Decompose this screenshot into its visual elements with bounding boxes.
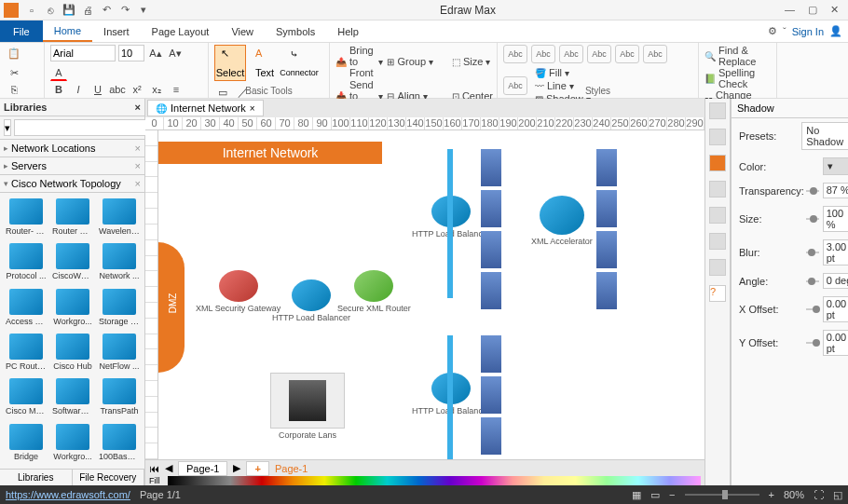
section-servers[interactable]: ▸Servers× — [0, 157, 144, 175]
server-2[interactable] — [481, 190, 501, 227]
transparency-slider[interactable] — [806, 190, 819, 192]
tab-libraries[interactable]: Libraries — [0, 470, 73, 485]
style-preset-4[interactable]: Abc — [587, 45, 611, 63]
server-8[interactable] — [596, 272, 617, 309]
xml-security-gateway-shape[interactable] — [219, 270, 258, 302]
angle-slider[interactable] — [806, 280, 819, 282]
style-preset-5[interactable]: Abc — [615, 45, 639, 63]
style-preset-1[interactable]: Abc — [503, 45, 527, 63]
bullets-icon[interactable]: ≡ — [168, 81, 185, 98]
http-lb-1-shape[interactable] — [292, 279, 331, 311]
copy-icon[interactable]: ⎘ — [6, 81, 22, 98]
view-normal-icon[interactable]: ▭ — [650, 489, 660, 501]
pagelayout-menu[interactable]: Page Layout — [141, 22, 221, 41]
library-shape[interactable]: Workgro... — [52, 289, 93, 328]
page-tab-1[interactable]: Page-1 — [178, 461, 227, 476]
view-menu[interactable]: View — [220, 22, 265, 41]
signin-link[interactable]: Sign In — [792, 26, 824, 37]
view-grid-icon[interactable]: ▦ — [632, 489, 641, 501]
size-slider[interactable] — [806, 218, 819, 220]
section-cisco[interactable]: ▾Cisco Network Topology× — [0, 175, 144, 193]
server-11[interactable] — [481, 417, 501, 455]
library-shape[interactable]: 100BaseT... — [99, 424, 140, 463]
strike-button[interactable]: abc — [109, 81, 126, 98]
fill-button[interactable]: 🪣Fill▾ — [535, 67, 591, 78]
library-shape[interactable]: Router w/... — [52, 198, 93, 238]
server-9[interactable] — [481, 335, 501, 373]
comment-icon[interactable] — [709, 259, 726, 276]
shadow-color-picker[interactable]: ▾ — [823, 157, 848, 175]
library-shape[interactable]: Protocol ... — [6, 243, 47, 282]
bring-front-button[interactable]: 📤Bring to Front▾ — [335, 45, 383, 78]
server-5[interactable] — [596, 149, 617, 186]
xoffset-slider[interactable] — [806, 308, 819, 310]
presets-dropdown[interactable]: No Shadow▾ — [801, 122, 848, 150]
redo-icon[interactable]: ↷ — [117, 3, 132, 18]
paste-icon[interactable]: 📋 — [6, 45, 22, 61]
style-preset-6[interactable]: Abc — [643, 45, 667, 63]
server-4[interactable] — [481, 272, 501, 309]
print-icon[interactable]: 🖨 — [80, 3, 95, 18]
underline-button[interactable]: U — [89, 81, 106, 98]
canvas[interactable]: Internet Network DMZ XML Security Gatewa… — [158, 130, 704, 459]
transparency-value[interactable]: 87 %⇅ — [823, 183, 848, 198]
fit-page-icon[interactable]: ⛶ — [814, 489, 824, 500]
first-page-icon[interactable]: ⏮ — [149, 463, 159, 474]
secure-xml-router-shape[interactable] — [354, 270, 393, 302]
library-shape[interactable]: Software-... — [52, 378, 93, 417]
zoom-slider[interactable] — [685, 494, 759, 496]
library-shape[interactable]: Bridge — [6, 424, 47, 463]
server-7[interactable] — [596, 231, 617, 268]
font-name-select[interactable] — [50, 45, 116, 61]
bold-button[interactable]: B — [50, 81, 67, 98]
cut-icon[interactable]: ✂ — [6, 64, 22, 81]
group-button[interactable]: ⊞Group▾ — [387, 45, 447, 78]
help-menu[interactable]: Help — [326, 22, 370, 41]
home-menu[interactable]: Home — [43, 21, 92, 42]
new-icon[interactable]: ▫ — [24, 3, 39, 18]
select-tool[interactable]: ↖Select — [214, 45, 246, 81]
increase-font-icon[interactable]: A▴ — [147, 45, 164, 61]
user-icon[interactable]: 👤 — [829, 25, 842, 37]
blur-slider[interactable] — [806, 252, 819, 253]
qat-dropdown-icon[interactable]: ▾ — [136, 3, 151, 18]
fullscreen-icon[interactable]: ◱ — [833, 489, 842, 501]
xoffset-value[interactable]: 0.00 pt⇅ — [823, 296, 848, 322]
symbols-menu[interactable]: Symbols — [265, 22, 326, 41]
font-color-icon[interactable]: A — [50, 64, 67, 81]
zoom-in-icon[interactable]: + — [769, 489, 774, 500]
close-icon[interactable]: ✕ — [830, 4, 839, 16]
lib-search-input[interactable] — [14, 119, 148, 136]
server-10[interactable] — [481, 376, 501, 414]
panel-close-icon[interactable]: × — [135, 102, 141, 113]
xml-accelerator-shape[interactable] — [540, 196, 584, 235]
decrease-font-icon[interactable]: A▾ — [167, 45, 184, 61]
open-icon[interactable]: ⎋ — [43, 3, 58, 18]
bus-bar-1[interactable] — [447, 149, 453, 298]
insert-menu[interactable]: Insert — [92, 22, 141, 41]
server-3[interactable] — [481, 231, 501, 268]
library-shape[interactable]: NetFlow ... — [99, 334, 140, 373]
library-shape[interactable]: Cisco Me... — [6, 378, 47, 417]
shadow-pane-icon[interactable] — [709, 155, 726, 171]
zoom-out-icon[interactable]: − — [669, 489, 675, 500]
bus-bar-2[interactable] — [447, 335, 453, 459]
library-shape[interactable]: PC Router... — [6, 334, 47, 373]
lib-add-button[interactable]: ▾ — [4, 119, 11, 136]
style-preset-2[interactable]: Abc — [531, 45, 555, 63]
undo-icon[interactable]: ↶ — [99, 3, 114, 18]
theme-icon[interactable] — [709, 102, 726, 119]
italic-button[interactable]: I — [70, 81, 87, 98]
server-6[interactable] — [596, 190, 617, 227]
library-shape[interactable]: Router- C... — [6, 198, 47, 238]
font-size-select[interactable] — [118, 45, 144, 61]
library-shape[interactable]: Workgro... — [52, 424, 93, 463]
library-shape[interactable]: Cisco Hub — [52, 334, 93, 373]
server-1[interactable] — [481, 149, 501, 186]
font-pane-icon[interactable] — [709, 207, 726, 224]
connector-tool[interactable]: ⤷Connector — [283, 47, 315, 79]
library-shape[interactable]: TransPath — [99, 378, 140, 417]
gear-icon[interactable]: ⚙ — [768, 25, 777, 37]
angle-value[interactable]: 0 deg⇅ — [823, 273, 848, 289]
brush-icon[interactable] — [709, 233, 726, 250]
